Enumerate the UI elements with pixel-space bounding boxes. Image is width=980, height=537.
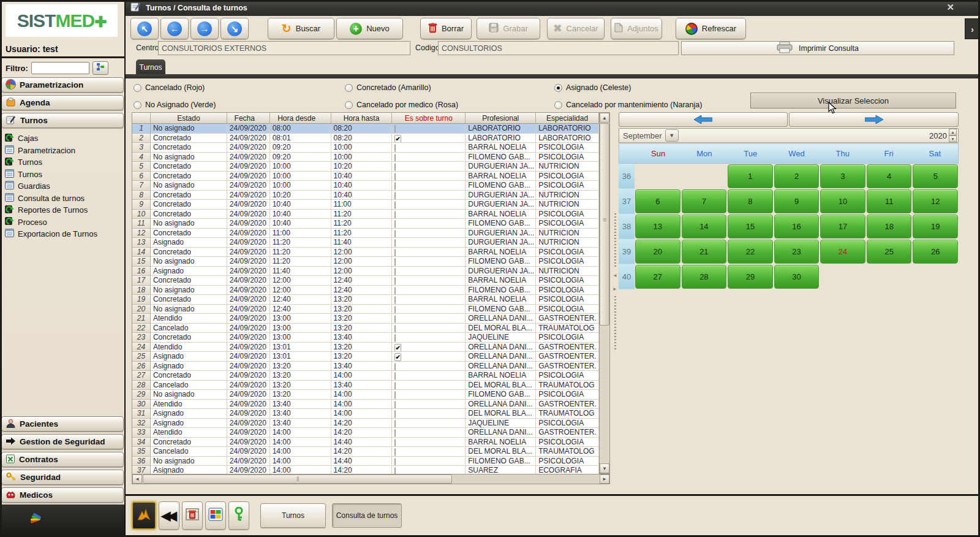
tab-turnos[interactable]: Turnos [136, 59, 165, 75]
sobre-turno-checkbox[interactable] [394, 458, 396, 466]
sidebar-item-turnos[interactable]: Turnos [5, 156, 124, 169]
taskbar-app-logo-button[interactable] [132, 501, 156, 530]
column-header-hora-desde[interactable]: Hora desde▲ [270, 113, 331, 124]
calendar-day-5[interactable]: 5 [913, 164, 958, 188]
calendar-day-24[interactable]: 24 [820, 240, 865, 264]
scroll-down-icon[interactable]: ▼ [600, 463, 609, 473]
radio-circle[interactable] [134, 84, 141, 92]
sidebar-section-seguridad[interactable]: Seguridad [1, 470, 124, 485]
spin-up-icon[interactable]: ▲ [949, 129, 957, 135]
sidebar-item-guardias[interactable]: Guardias [5, 180, 124, 192]
nav-next-button[interactable]: → [190, 18, 219, 39]
borrar-button[interactable]: Borrar [420, 18, 472, 39]
nuevo-button[interactable]: +Nuevo [336, 18, 403, 39]
calendar-day-30[interactable]: 30 [774, 265, 820, 289]
calendar-day-11[interactable]: 11 [867, 189, 912, 213]
calendar-day-16[interactable]: 16 [774, 215, 820, 238]
sobre-turno-checkbox[interactable] [394, 192, 396, 200]
sobre-turno-checkbox[interactable] [394, 201, 396, 209]
calendar-day-15[interactable]: 15 [728, 215, 773, 238]
adjuntos-button[interactable]: Adjuntos [611, 18, 662, 39]
nav-last-button[interactable]: ↘ [221, 18, 249, 39]
cancelar-button[interactable]: ✖Cancelar [547, 18, 605, 39]
sobre-turno-checkbox[interactable] [394, 306, 396, 314]
print-query-button[interactable]: Imprimir Consulta [681, 41, 954, 55]
table-row[interactable]: 33Atendido24/09/202014:0014:20ORELLANA D… [132, 428, 599, 438]
table-row[interactable]: 13Asignado24/09/202011:2011:40DURGUERIAN… [132, 238, 599, 248]
year-spinner[interactable]: ▲▼ [949, 129, 957, 142]
calendar-day-9[interactable]: 9 [774, 189, 820, 213]
sidebar-section-turnos[interactable]: Turnos [1, 113, 124, 128]
buscar-button[interactable]: ↻Buscar [268, 18, 334, 39]
sobre-turno-checkbox[interactable] [394, 382, 396, 390]
sidebar-section-agenda[interactable]: Agenda [1, 95, 124, 110]
sobre-turno-checkbox[interactable] [394, 448, 396, 456]
horizontal-scrollbar[interactable]: ◄ ► [132, 474, 610, 484]
calendar-prev-button[interactable] [619, 112, 788, 127]
radio-cancelado-rojo-[interactable]: Cancelado (Rojo) [134, 83, 205, 92]
table-row[interactable]: 1No asignado24/09/202008:0008:20LABORATO… [132, 124, 599, 134]
sobre-turno-checkbox[interactable] [394, 334, 396, 342]
table-row[interactable]: 12Concretado24/09/202011:0011:20DURGUERI… [132, 229, 599, 238]
sobre-turno-checkbox[interactable] [394, 287, 396, 295]
calendar-day-6[interactable]: 6 [635, 189, 680, 213]
taskbar-window-consulta-de-turnos[interactable]: Consulta de turnos [332, 503, 402, 528]
nav-first-button[interactable]: ↖ [130, 18, 159, 39]
scroll-up-icon[interactable]: ▲ [600, 113, 609, 123]
calendar-day-10[interactable]: 10 [820, 189, 865, 213]
table-row[interactable]: 35Cancelado24/09/202014:0014:20DEL MORAL… [132, 447, 599, 457]
filter-input[interactable] [31, 62, 89, 74]
table-row[interactable]: 25Asignado24/09/202013:0113:20✔ORELLANA … [132, 352, 599, 362]
column-header-estado[interactable]: Estado [151, 113, 227, 124]
sobre-turno-checkbox[interactable] [394, 401, 396, 409]
table-row[interactable]: 23Concretado24/09/202013:0013:40JAQUELIN… [132, 333, 599, 343]
table-row[interactable]: 36No asignado24/09/202014:0014:40FILOMEN… [132, 457, 599, 467]
sobre-turno-checkbox[interactable] [394, 239, 396, 247]
sobre-turno-checkbox[interactable] [394, 125, 396, 133]
radio-cancelado-por-medico-rosa-[interactable]: Cancelado por medico (Rosa) [345, 101, 458, 109]
calendar-next-button[interactable] [789, 112, 959, 127]
sidebar-section-pacientes[interactable]: Pacientes [1, 416, 124, 432]
table-row[interactable]: 6Concretado24/09/202010:0010:40BARRAL NO… [132, 172, 599, 181]
taskbar-delete-grid-button[interactable] [182, 501, 203, 530]
centro-field[interactable] [158, 41, 410, 55]
table-row[interactable]: 14Concretado24/09/202011:2012:00BARRAL N… [132, 248, 599, 257]
close-icon[interactable]: ✕ [946, 2, 954, 13]
sobre-turno-checkbox[interactable] [394, 277, 396, 285]
calendar-day-19[interactable]: 19 [913, 215, 958, 238]
calendar-day-7[interactable]: 7 [682, 189, 727, 213]
sobre-turno-checkbox[interactable] [394, 315, 396, 323]
sidebar-section-gestion-de-seguridad[interactable]: Gestion de Seguridad [1, 434, 124, 449]
table-row[interactable]: 27Concretado24/09/202013:2014:00BARRAL N… [132, 371, 599, 381]
month-dropdown-icon[interactable]: ▼ [665, 129, 679, 142]
sidebar-item-cajas[interactable]: Cajas [5, 132, 124, 145]
calendar-day-27[interactable]: 27 [635, 265, 680, 289]
radio-circle[interactable] [345, 101, 353, 109]
calendar-day-29[interactable]: 29 [728, 265, 773, 289]
calendar-day-8[interactable]: 8 [728, 189, 773, 213]
column-header-hora-hasta[interactable]: Hora hasta [331, 113, 393, 124]
nav-previous-button[interactable]: ← [160, 18, 189, 39]
sobre-turno-checkbox[interactable] [394, 154, 396, 162]
table-row[interactable]: 5Concretado24/09/202010:0010:20DURGUERIA… [132, 162, 599, 172]
sobre-turno-checkbox[interactable] [394, 144, 396, 152]
sidebar-item-turnos[interactable]: Turnos [5, 169, 124, 181]
calendar-day-28[interactable]: 28 [682, 265, 727, 289]
calendar-day-23[interactable]: 23 [774, 240, 820, 264]
sobre-turno-checkbox[interactable] [394, 410, 396, 418]
sobre-turno-checkbox[interactable] [394, 258, 396, 266]
calendar-day-14[interactable]: 14 [682, 215, 727, 238]
calendar-day-25[interactable]: 25 [867, 240, 912, 264]
radio-circle[interactable] [134, 101, 141, 109]
table-row[interactable]: 4No asignado24/09/202009:2010:00FILOMENO… [132, 153, 599, 162]
sobre-turno-checkbox[interactable] [394, 363, 396, 371]
table-row[interactable]: 20No asignado24/09/202012:4013:20FILOMEN… [132, 305, 599, 314]
table-row[interactable]: 2Concretado24/09/202008:0108:20✔LABORATO… [132, 134, 599, 143]
table-row[interactable]: 19Concretado24/09/202012:4013:20BARRAL N… [132, 295, 599, 305]
table-row[interactable]: 21Atendido24/09/202013:0013:20ORELLANA D… [132, 314, 599, 324]
column-header-especialidad[interactable]: Especialidad [536, 113, 599, 124]
sobre-turno-checkbox[interactable] [394, 211, 396, 219]
calendar-day-20[interactable]: 20 [635, 240, 680, 264]
table-row[interactable]: 7No asignado24/09/202010:0010:40FILOMENO… [132, 181, 599, 191]
table-row[interactable]: 37Asignado24/09/202014:0014:20SUAREZECOG… [132, 466, 599, 474]
